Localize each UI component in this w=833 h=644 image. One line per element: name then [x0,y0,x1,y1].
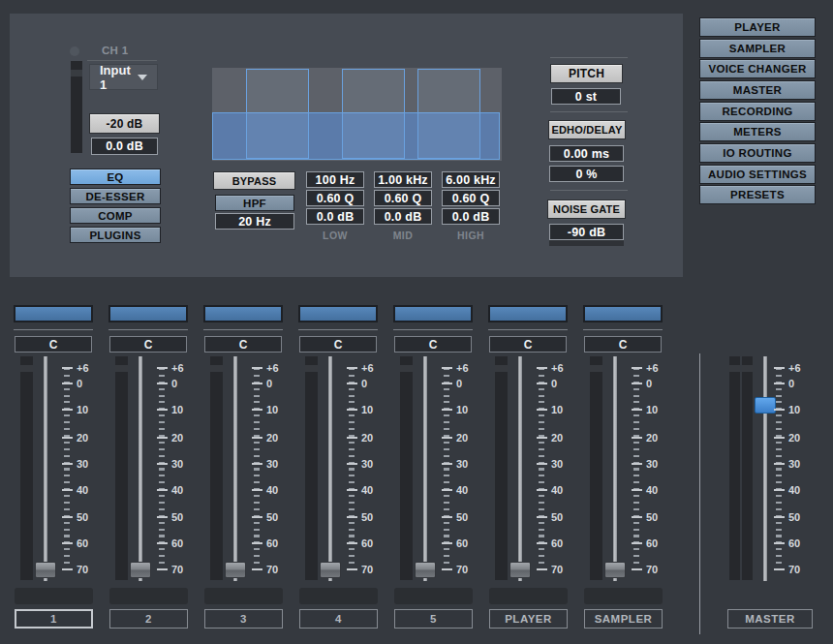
fader-handle[interactable] [415,562,436,578]
fader-track[interactable] [328,356,332,581]
channel-select-button[interactable] [203,305,283,322]
delay-mix-box[interactable]: 0 % [549,166,624,182]
strip-label-button-2[interactable]: 2 [109,609,188,629]
eq-mid-q-box[interactable]: 0.60 Q [374,190,432,206]
eq-low-gain-box[interactable]: 0.0 dB [306,208,364,225]
scribble-strip[interactable] [299,588,378,604]
fader-handle[interactable] [225,562,246,578]
eq-high-label: HIGH [442,230,500,241]
sidebar-item-io-routing[interactable]: IO ROUTING [699,143,816,163]
pan-control[interactable]: C [489,336,567,353]
fader-scale-tick [774,568,785,570]
eq-low-q-box[interactable]: 0.60 Q [306,190,364,206]
eq-graph-display[interactable] [212,68,502,161]
pan-control[interactable]: C [15,336,92,353]
strip-label-button-4[interactable]: 4 [299,609,378,629]
scribble-strip[interactable] [584,588,663,604]
gate-threshold-box[interactable]: -90 dB [549,224,624,240]
eq-band-region-mid[interactable] [342,69,405,159]
eq-band-region-low[interactable] [246,69,309,159]
channel-select-button[interactable] [583,305,663,322]
pitch-value-box[interactable]: 0 st [551,88,621,105]
pan-control[interactable]: C [299,336,377,353]
tab-eq[interactable]: EQ [70,169,161,185]
tab-plugins[interactable]: PLUGINS [70,227,161,243]
eq-band-region-high[interactable] [417,69,480,159]
master-fader-handle[interactable] [755,397,776,414]
eq-high-q-box[interactable]: 0.60 Q [442,190,500,206]
fader-track[interactable] [518,356,522,581]
strip-label-button-master[interactable]: MASTER [727,609,813,629]
pan-control[interactable]: C [204,336,282,353]
pan-control[interactable]: C [394,336,472,353]
channel-select-button[interactable] [393,305,473,322]
sidebar-item-meters[interactable]: METERS [699,122,816,141]
strip-label-button-player[interactable]: PLAYER [489,609,568,629]
gain-value-box[interactable]: 0.0 dB [91,138,158,155]
fader-scale: +6010203040506070 [632,358,672,581]
fader-scale-tick [62,437,73,439]
sidebar-item-sampler[interactable]: SAMPLER [699,39,816,58]
fader-track[interactable] [423,356,427,581]
eq-mid-freq-box[interactable]: 1.00 kHz [374,171,432,188]
fader-scale-label: 60 [266,537,278,550]
sidebar-item-recording[interactable]: RECORDING [699,102,816,121]
divider [393,329,473,330]
strip-label-button-sampler[interactable]: SAMPLER [584,609,663,629]
scribble-strip[interactable] [489,588,568,604]
scribble-strip[interactable] [109,588,188,604]
eq-bypass-button[interactable]: BYPASS [213,171,295,190]
fader-scale-tick [157,409,168,411]
tab-de-esser[interactable]: DE-ESSER [70,188,161,204]
divider [298,329,378,330]
level-meter [210,356,223,580]
fader-handle[interactable] [320,562,341,578]
eq-mid-gain-box[interactable]: 0.0 dB [374,208,432,225]
fader-handle[interactable] [130,562,151,578]
scribble-strip[interactable] [204,588,283,604]
sidebar-item-player[interactable]: PLAYER [699,17,816,37]
fader-handle[interactable] [604,562,626,578]
eq-low-freq-box[interactable]: 100 Hz [306,171,364,188]
channel-select-button[interactable] [108,305,188,322]
tab-comp[interactable]: COMP [70,207,161,224]
scribble-strip[interactable] [394,588,473,604]
delay-time-box[interactable]: 0.00 ms [549,145,624,162]
fader-scale-label: 10 [361,403,373,416]
sidebar-item-voice-changer[interactable]: VOICE CHANGER [699,59,816,78]
noise-gate-button[interactable]: NOISE GATE [547,199,626,219]
pan-control[interactable]: C [584,336,662,353]
pitch-button[interactable]: PITCH [550,64,623,83]
channel-select-button[interactable] [488,305,568,322]
channel-select-button[interactable] [298,305,378,322]
strip-label-button-5[interactable]: 5 [394,609,473,629]
gain-pad-button[interactable]: -20 dB [89,113,160,134]
eq-high-freq-box[interactable]: 6.00 kHz [442,171,500,188]
strip-label-button-3[interactable]: 3 [204,609,283,629]
echo-delay-button[interactable]: EDHO/DELAY [548,120,626,139]
channel-select-button[interactable] [14,305,93,322]
input-select-dropdown[interactable]: Input 1 [89,64,158,90]
eq-high-gain-box[interactable]: 0.0 dB [442,208,500,225]
fader-handle[interactable] [35,562,56,578]
sidebar-item-presets[interactable]: PRESETS [699,185,816,204]
strip-label-button-1[interactable]: 1 [15,609,93,629]
channel-strip-3: C +6010203040506070 3 [198,300,293,639]
fader-scale-label: 50 [551,510,563,524]
fader-scale-tick [632,568,642,570]
input-select-value: Input 1 [100,63,138,92]
fader-scale-tick [157,516,168,518]
hpf-button[interactable]: HPF [215,195,294,211]
scribble-strip[interactable] [15,588,93,604]
fader-track[interactable] [139,356,142,581]
fader-handle[interactable] [509,562,531,578]
hpf-freq-box[interactable]: 20 Hz [215,213,294,230]
fader-track[interactable] [44,356,47,581]
master-fader-track[interactable] [763,356,767,581]
fader-track[interactable] [233,356,237,581]
fader-track[interactable] [613,356,617,581]
pan-control[interactable]: C [109,336,187,353]
sidebar-item-audio-settings[interactable]: AUDIO SETTINGS [699,165,816,184]
fader-scale-tick [632,437,642,439]
sidebar-item-master[interactable]: MASTER [699,80,816,100]
